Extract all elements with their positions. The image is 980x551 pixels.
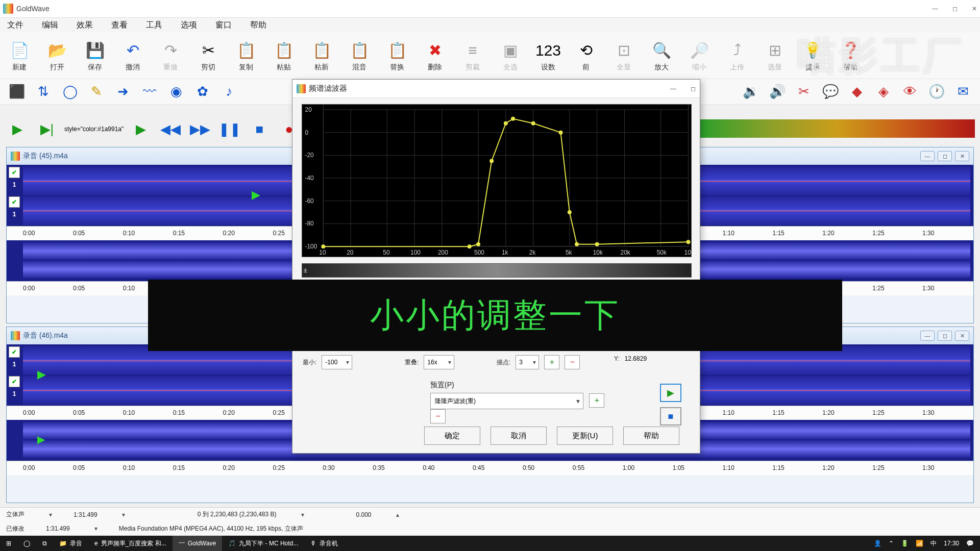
- graph-minimap[interactable]: + −: [302, 263, 692, 278]
- channel-right-checkbox[interactable]: ✔: [9, 376, 20, 387]
- tray-up-icon[interactable]: ⌃: [889, 540, 894, 547]
- rewind-button[interactable]: ◀◀: [158, 119, 183, 139]
- tray-people-icon[interactable]: 👤: [874, 540, 881, 547]
- stop-button[interactable]: ■: [247, 119, 272, 139]
- dialog-maximize-icon[interactable]: ◻: [691, 85, 696, 92]
- channel-left-checkbox[interactable]: ✔: [9, 346, 20, 358]
- note-icon[interactable]: ♪: [217, 81, 241, 103]
- toolbar-delete-button[interactable]: ✖删除: [421, 39, 449, 72]
- scissors-icon[interactable]: ✂: [792, 81, 816, 103]
- overview-ruler[interactable]: 0:000:050:100:150:200:250:300:350:400:45…: [7, 461, 973, 475]
- menu-options[interactable]: 选项: [181, 20, 197, 31]
- tray-wifi-icon[interactable]: 📶: [916, 540, 923, 547]
- status-channels[interactable]: 立体声: [6, 510, 24, 519]
- start-button[interactable]: ⊞: [0, 536, 17, 551]
- toolbar-set-count-button[interactable]: 123设数: [534, 39, 562, 72]
- taskbar-item-browser[interactable]: e男声频率_百度搜索 和...: [88, 536, 173, 551]
- menu-effect[interactable]: 效果: [77, 20, 93, 31]
- stop-effect-icon[interactable]: ⬛: [5, 81, 29, 103]
- tray-battery-icon[interactable]: 🔋: [901, 540, 909, 547]
- toolbar-trim-button[interactable]: ≡剪裁: [458, 39, 487, 72]
- spectrum-graph[interactable]: 200-20-40-60-80-100 1020501002005001k2k5…: [302, 104, 692, 257]
- tray-ime[interactable]: 中: [930, 539, 937, 548]
- taskbar-item-goldwave[interactable]: 〰GoldWave: [173, 536, 223, 551]
- toolbar-upload-button[interactable]: ⤴上传: [723, 39, 751, 72]
- channel-right-checkbox[interactable]: ✔: [9, 196, 20, 208]
- taskbar-item-recorder[interactable]: 🎙录音机: [304, 536, 344, 551]
- pause-button[interactable]: ❚❚: [217, 119, 242, 139]
- points-combo[interactable]: 3: [516, 355, 539, 369]
- preview-play-button[interactable]: ▶: [660, 384, 681, 402]
- loop-icon[interactable]: ◯: [58, 81, 82, 103]
- vol-up-icon[interactable]: 🔊: [766, 81, 789, 103]
- toolbar-previous-button[interactable]: ⟲前: [572, 39, 600, 72]
- play-loop-button[interactable]: ▶: [129, 119, 153, 139]
- dialog-titlebar[interactable]: 频谱滤波器 — ◻: [292, 80, 700, 98]
- toolbar-zoom-out-button[interactable]: 🔎缩小: [685, 39, 714, 72]
- edit-icon[interactable]: ✎: [85, 81, 108, 103]
- taskview-button[interactable]: ⧉: [36, 536, 53, 551]
- toolbar-view-all-button[interactable]: ⊡全显: [609, 39, 638, 72]
- diamond2-icon[interactable]: ◈: [872, 81, 895, 103]
- minimize-icon[interactable]: —: [932, 5, 938, 12]
- toolbar-open-button[interactable]: 📂打开: [43, 39, 71, 72]
- min-combo[interactable]: -100: [322, 355, 352, 369]
- diamond1-icon[interactable]: ◆: [845, 81, 869, 103]
- toolbar-redo-button[interactable]: ↷重做: [156, 39, 185, 72]
- forward-button[interactable]: ▶▶: [188, 119, 212, 139]
- toolbar-paste-button[interactable]: 📋粘贴: [270, 39, 298, 72]
- toolbar-cut-button[interactable]: ✂剪切: [194, 39, 223, 72]
- preset-remove-button[interactable]: −: [430, 409, 446, 423]
- status-length2[interactable]: 1:31.499: [46, 525, 70, 532]
- circle-icon[interactable]: ◉: [164, 81, 188, 103]
- add-point-button[interactable]: +: [544, 355, 559, 369]
- dialog-minimize-icon[interactable]: —: [670, 85, 676, 92]
- toolbar-paste-new-button[interactable]: 📋粘新: [307, 39, 336, 72]
- status-position[interactable]: 0.000: [356, 511, 372, 518]
- toolbar-select-all-button[interactable]: ▣全选: [496, 39, 525, 72]
- remove-point-button[interactable]: −: [565, 355, 580, 369]
- playhead-icon[interactable]: ▶: [252, 188, 260, 202]
- gear-icon[interactable]: ✿: [191, 81, 214, 103]
- toolbar-undo-button[interactable]: ↶撤消: [118, 39, 147, 72]
- preset-add-button[interactable]: +: [589, 393, 604, 408]
- wave-icon[interactable]: 〰: [138, 81, 161, 103]
- menu-file[interactable]: 文件: [7, 20, 23, 31]
- eye-icon[interactable]: 👁: [898, 81, 922, 103]
- menu-edit[interactable]: 编辑: [42, 20, 58, 31]
- tray-notifications-icon[interactable]: 💬: [966, 540, 974, 547]
- update-button[interactable]: 更新(U): [557, 427, 613, 445]
- cancel-button[interactable]: 取消: [491, 427, 547, 445]
- maximize-icon[interactable]: ◻: [952, 5, 958, 12]
- channel-left-checkbox[interactable]: ✔: [9, 167, 20, 178]
- overlap-combo[interactable]: 16x: [424, 355, 454, 369]
- close-icon[interactable]: ✕: [955, 151, 969, 161]
- play-selection-button[interactable]: ▶|: [35, 119, 59, 139]
- taskbar-item-folder[interactable]: 📁录音: [53, 536, 88, 551]
- eq-icon[interactable]: ⇅: [32, 81, 55, 103]
- menu-window[interactable]: 窗口: [215, 20, 232, 31]
- toolbar-save-button[interactable]: 💾保存: [81, 39, 109, 72]
- play-button[interactable]: ▶: [5, 119, 30, 139]
- toolbar-select-view-button[interactable]: ⊞选显: [761, 39, 789, 72]
- chat-icon[interactable]: 💬: [819, 81, 842, 103]
- ok-.button[interactable]: 确定: [424, 427, 480, 445]
- status-length[interactable]: 1:31.499: [74, 511, 97, 518]
- preview-stop-button[interactable]: ■: [660, 407, 681, 425]
- tray-clock[interactable]: 17:30: [944, 540, 959, 547]
- search-button[interactable]: ◯: [17, 536, 36, 551]
- minimize-icon[interactable]: —: [920, 331, 935, 341]
- taskbar-item-music[interactable]: 🎵九局下半 - MC Hotd...: [222, 536, 304, 551]
- clock-icon[interactable]: 🕐: [925, 81, 948, 103]
- menu-view[interactable]: 查看: [111, 20, 128, 31]
- help-button[interactable]: 帮助: [623, 427, 679, 445]
- vol-down-icon[interactable]: 🔉: [739, 81, 763, 103]
- playhead-icon[interactable]: ▶: [37, 433, 45, 445]
- close-icon[interactable]: ✕: [972, 5, 977, 12]
- toolbar-new-button[interactable]: 📄新建: [5, 39, 34, 72]
- status-range[interactable]: 0 到 2,230,483 (2,230,483 B): [198, 510, 277, 519]
- menu-tools[interactable]: 工具: [146, 20, 162, 31]
- preset-select[interactable]: 隆隆声滤波(重): [430, 393, 583, 409]
- toolbar-replace-button[interactable]: 📋替换: [383, 39, 411, 72]
- arrow-icon[interactable]: ➜: [111, 81, 135, 103]
